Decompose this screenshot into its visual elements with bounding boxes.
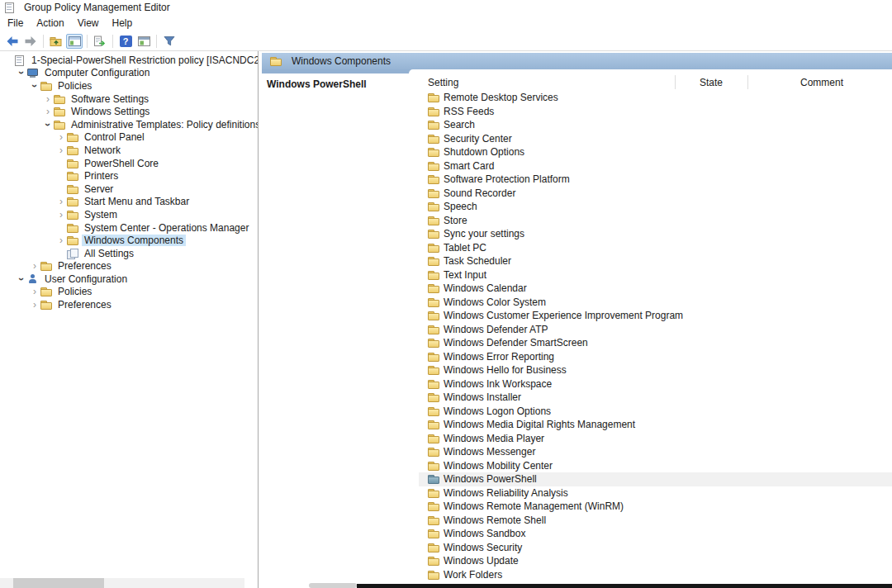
list-item[interactable]: Security Center [419,132,892,146]
chevron-right-icon[interactable]: › [55,132,67,142]
tree-item[interactable]: Printers [0,169,258,183]
menu-file[interactable]: File [1,16,30,31]
menu-help[interactable]: Help [106,16,140,31]
list-item[interactable]: Search [419,118,892,132]
list-item[interactable]: Windows Reliability Analysis [419,486,892,500]
chevron-right-icon[interactable]: › [29,261,40,271]
chevron-right-icon[interactable]: › [42,94,54,104]
results-body: Windows PowerShell Setting State Comment… [262,74,892,586]
tree-item[interactable]: System Center - Operations Manager [0,221,258,235]
chevron-down-icon[interactable]: › [17,273,26,285]
folder-icon [428,229,439,239]
chevron-down-icon[interactable]: › [43,119,53,130]
list-item[interactable]: Windows Color System [419,296,892,310]
list-item[interactable]: Smart Card [419,159,892,173]
list-item[interactable]: Windows Defender ATP [419,323,892,337]
list-item[interactable]: Text Input [419,268,892,282]
tree-item[interactable]: PowerShell Core [0,157,258,170]
tree-item[interactable]: ›Network [0,144,258,157]
list-item[interactable]: Remote Desktop Services [419,91,892,105]
help-icon[interactable]: ? [117,34,134,49]
tree-item[interactable]: ›System [0,208,258,221]
tree-item[interactable]: ›Control Panel [0,131,258,145]
tree-item[interactable]: ›Policies [0,286,258,299]
export-list-icon[interactable] [92,34,108,49]
list-item[interactable]: Windows Defender SmartScreen [419,336,892,350]
filter-icon[interactable] [161,34,178,49]
list-item[interactable]: Shutdown Options [419,145,892,159]
chevron-right-icon[interactable]: › [55,210,67,220]
list-item[interactable]: Windows Logon Options [419,405,892,419]
column-header-comment[interactable]: Comment [747,77,892,88]
list-item[interactable]: Windows Media Digital Rights Management [419,418,892,432]
column-separator[interactable] [747,75,748,89]
scrollbar-thumb[interactable] [13,578,104,588]
list-item[interactable]: RSS Feeds [419,105,892,119]
menu-action[interactable]: Action [30,16,70,31]
list-item[interactable]: Windows Media Player [419,432,892,446]
list-item[interactable]: Store [419,214,892,228]
chevron-right-icon[interactable]: › [42,107,54,116]
up-one-level-icon[interactable] [48,34,64,49]
show-console-tree-icon[interactable] [66,34,83,49]
tree-item[interactable]: ›Preferences [0,260,258,273]
show-window-icon[interactable] [135,34,152,49]
list-item-label: Windows Installer [444,391,521,403]
chevron-right-icon[interactable]: › [29,300,40,310]
tree-item[interactable]: Server [0,183,258,196]
folder-icon [428,216,439,225]
folder-icon [428,515,439,525]
list-item[interactable]: Sound Recorder [419,187,892,201]
chevron-right-icon[interactable]: › [55,235,67,245]
list-item[interactable]: Software Protection Platform [419,173,892,187]
list-item[interactable]: Work Folders [419,568,892,582]
tree-horizontal-scrollbar[interactable] [0,578,244,588]
tree-item[interactable]: ›Windows Settings [0,105,258,118]
list-item[interactable]: Task Scheduler [419,254,892,268]
list-item[interactable]: Windows Error Reporting [419,350,892,364]
tree-item[interactable]: ›Policies [0,79,258,92]
tree-item[interactable]: All Settings [0,247,258,260]
list-item[interactable]: Speech [419,200,892,214]
list-item[interactable]: Windows Hello for Business [419,363,892,377]
folder-icon [428,325,439,334]
tree-item-label: Software Settings [69,93,151,105]
list-item[interactable]: Windows PowerShell [419,472,892,486]
chevron-right-icon[interactable]: › [55,145,67,155]
tree-item[interactable]: ›Windows Components [0,234,258,247]
chevron-right-icon[interactable]: › [29,287,40,296]
list-item[interactable]: Windows Remote Shell [419,514,892,528]
list-item[interactable]: Windows Sandbox [419,527,892,541]
forward-icon[interactable] [22,34,39,49]
tree-item[interactable]: ›Start Menu and Taskbar [0,196,258,209]
chevron-down-icon[interactable]: › [30,80,40,92]
column-separator[interactable] [675,75,676,89]
list-item[interactable]: Windows Installer [419,391,892,405]
tree-item[interactable]: ›Software Settings [0,92,258,106]
back-icon[interactable] [4,34,21,49]
tree-item[interactable]: ›User Configuration [0,273,258,286]
list-item[interactable]: Sync your settings [419,227,892,241]
chevron-right-icon[interactable]: › [55,197,67,206]
list-item[interactable]: Windows Update [419,554,892,568]
chevron-down-icon[interactable]: › [17,67,26,78]
list-item[interactable]: Windows Remote Management (WinRM) [419,500,892,514]
list-item[interactable]: Windows Calendar [419,282,892,296]
tree-item[interactable]: 1-Special-PowerShell Restriction policy … [0,54,258,67]
menu-view[interactable]: View [71,16,106,31]
tree-item[interactable]: ›Computer Configuration [0,67,258,80]
list-scrollbar-thumb[interactable] [309,583,357,588]
tree-item-label: System Center - Operations Manager [82,222,251,234]
list-item[interactable]: Windows Mobility Center [419,459,892,473]
list-item[interactable]: Windows Security [419,541,892,555]
menu-bar: FileActionViewHelp [0,15,892,31]
tree-item[interactable]: ›Administrative Templates: Policy defini… [0,118,258,131]
column-header-state[interactable]: State [675,77,747,88]
tree-item[interactable]: ›Preferences [0,298,258,311]
folder-icon [428,202,439,211]
column-header-setting[interactable]: Setting [419,77,458,88]
list-item[interactable]: Windows Messenger [419,445,892,459]
list-item[interactable]: Tablet PC [419,241,892,255]
list-item[interactable]: Windows Customer Experience Improvement … [419,309,892,323]
list-item[interactable]: Windows Ink Workspace [419,377,892,391]
